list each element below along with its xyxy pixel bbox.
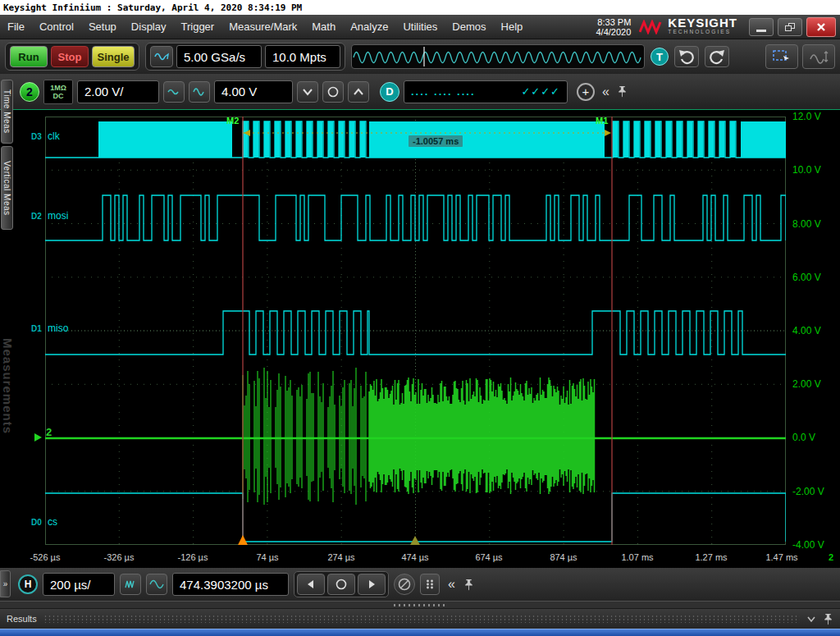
panel-expander-tab[interactable]: »: [0, 570, 11, 597]
acquisition-overview-strip[interactable]: [351, 44, 645, 69]
brand-name: KEYSIGHT: [668, 18, 737, 27]
timebase-zoom-out-button[interactable]: [120, 574, 141, 595]
menu-trigger[interactable]: Trigger: [173, 15, 221, 39]
marker-delta-readout: -1.0057 ms: [409, 135, 463, 147]
offset-knob-button[interactable]: [322, 81, 344, 103]
menu-setup[interactable]: Setup: [81, 15, 124, 39]
redo-icon: [709, 48, 725, 65]
triangle-right-icon: [366, 579, 377, 590]
coupling-impedance: 1MΩ: [50, 84, 66, 92]
digital-channels-badge[interactable]: D: [380, 82, 399, 102]
x-tick: 74 µs: [256, 552, 278, 562]
marker-m1-label[interactable]: M1: [596, 116, 608, 126]
pin-icon[interactable]: [617, 85, 628, 98]
menu-analyze[interactable]: Analyze: [343, 15, 395, 39]
acquisition-controls: Run Stop Single: [5, 43, 139, 71]
results-dotted-area: [43, 615, 800, 623]
position-knob-button[interactable]: [327, 574, 355, 595]
x-tick: 274 µs: [327, 552, 354, 562]
trigger-badge[interactable]: T: [651, 48, 669, 66]
autoscale-waveform-icon: [809, 48, 829, 65]
menu-utilities[interactable]: Utilities: [395, 15, 445, 39]
x-tick: 1.27 ms: [695, 552, 727, 562]
pin-icon[interactable]: [463, 579, 474, 591]
scale-fine-button[interactable]: [163, 81, 185, 103]
undo-button[interactable]: [674, 46, 699, 67]
waveform-display[interactable]: [45, 117, 786, 545]
vertical-offset-box[interactable]: 4.00 V: [214, 80, 293, 103]
coupling-badge[interactable]: 1MΩ DC: [43, 80, 73, 104]
small-sine-icon: [167, 86, 180, 98]
digital-channel-status-box[interactable]: .... .... .... ✓✓✓✓: [404, 80, 568, 103]
run-button[interactable]: Run: [10, 46, 48, 67]
vertical-scale-box[interactable]: 2.00 V/: [77, 80, 159, 103]
horizontal-control-bar: » H 200 µs/ 474.3903200 µs: [0, 568, 840, 601]
single-button[interactable]: Single: [92, 46, 135, 67]
circle-slash-icon: [397, 577, 412, 592]
menu-file[interactable]: File: [0, 15, 32, 39]
timebase-scale-box[interactable]: 200 µs/: [43, 573, 115, 596]
pan-left-button[interactable]: [297, 574, 325, 595]
clock: 8:33 PM 4/4/2020: [596, 17, 639, 37]
digital-on-checks: ✓✓✓✓: [521, 85, 560, 98]
menu-measure-mark[interactable]: Measure/Mark: [221, 15, 304, 39]
memory-depth-box[interactable]: 10.0 Mpts: [265, 45, 340, 68]
menu-math[interactable]: Math: [304, 15, 343, 39]
menu-bar: File Control Setup Display Trigger Measu…: [0, 15, 840, 39]
minimize-button[interactable]: [749, 18, 774, 36]
touch-grip-button[interactable]: [420, 574, 440, 595]
menu-control[interactable]: Control: [32, 15, 81, 39]
scale-coarse-button[interactable]: [189, 81, 210, 103]
tab-vertical-meas[interactable]: Vertical Meas: [1, 146, 13, 230]
knob-circle-icon: [326, 85, 340, 98]
offset-down-button[interactable]: [297, 81, 318, 103]
left-tab-strip: Time Meas Vertical Meas: [0, 80, 14, 230]
menu-help[interactable]: Help: [494, 15, 531, 39]
window-title: Keysight Infiniium : Saturday, April 4, …: [3, 2, 302, 13]
x-tick: 874 µs: [550, 552, 577, 562]
x-tick: 674 µs: [475, 552, 502, 562]
menu-demos[interactable]: Demos: [445, 15, 493, 39]
compressed-wave-icon: [124, 579, 137, 590]
y-tick: 6.00 V: [792, 272, 821, 283]
coupling-mode: DC: [53, 92, 64, 100]
marker-m2-label[interactable]: M2: [226, 116, 239, 126]
menu-display[interactable]: Display: [124, 15, 174, 39]
collapse-channel-bar-button[interactable]: «: [599, 85, 613, 99]
signal-name-clk: clk: [48, 130, 60, 142]
horizontal-badge[interactable]: H: [18, 574, 38, 594]
pin-icon[interactable]: [823, 613, 833, 625]
y-tick: 8.00 V: [792, 218, 821, 230]
stop-button[interactable]: Stop: [51, 46, 89, 67]
tab-time-meas[interactable]: Time Meas: [1, 80, 13, 144]
select-region-button[interactable]: [765, 44, 798, 69]
x-axis: -526 µs -326 µs -126 µs 74 µs 274 µs 474…: [0, 548, 840, 568]
horizontal-position-box[interactable]: 474.3903200 µs: [172, 573, 289, 596]
add-channel-button[interactable]: +: [577, 83, 595, 101]
y-tick: -2.00 V: [792, 486, 824, 497]
zoom-mode-button[interactable]: [394, 574, 415, 595]
pan-right-button[interactable]: [358, 574, 386, 595]
horizontal-nav-group: [294, 571, 389, 597]
y-tick: 0.0 V: [792, 432, 815, 443]
keysight-logo: KEYSIGHT TECHNOLOGIES: [639, 18, 749, 36]
waveform-refresh-icon: [153, 50, 170, 63]
sample-rate-box[interactable]: 5.00 GSa/s: [176, 45, 262, 68]
close-button[interactable]: [806, 17, 836, 37]
chevron-down-icon[interactable]: [806, 615, 816, 623]
restore-button[interactable]: [778, 18, 802, 36]
collapse-horizontal-bar-button[interactable]: «: [445, 577, 459, 592]
redo-button[interactable]: [705, 46, 729, 67]
y-tick: 2.00 V: [792, 378, 821, 390]
y-tick: 4.00 V: [792, 325, 821, 336]
keysight-spark-icon: [639, 20, 664, 34]
clear-display-button[interactable]: [150, 46, 173, 67]
panel-splitter[interactable]: [0, 601, 840, 609]
y-tick: 10.0 V: [792, 164, 821, 176]
channel-2-ground-marker-icon[interactable]: [34, 433, 42, 442]
offset-up-button[interactable]: [348, 81, 369, 103]
timebase-zoom-in-button[interactable]: [146, 574, 167, 595]
channel-2-badge[interactable]: 2: [20, 82, 39, 102]
results-label: Results: [7, 614, 37, 624]
autoscale-button[interactable]: [802, 44, 835, 69]
